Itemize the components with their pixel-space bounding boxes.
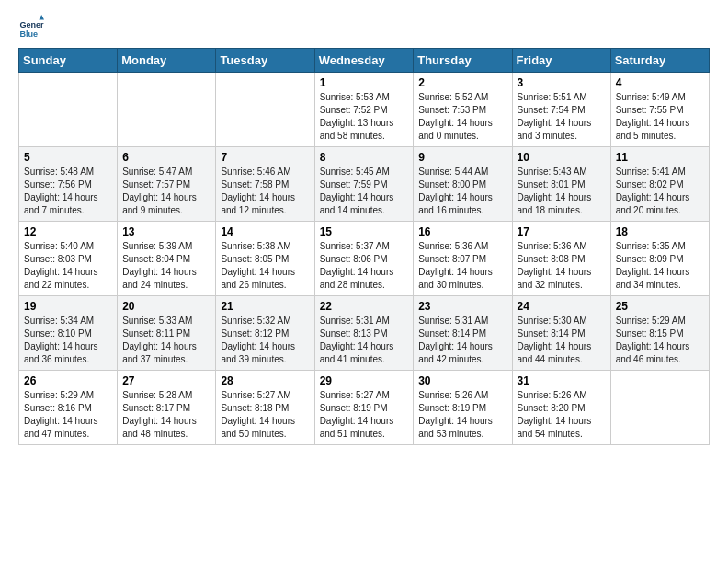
day-info: Sunrise: 5:29 AM Sunset: 8:16 PM Dayligh… bbox=[24, 389, 112, 441]
day-number: 27 bbox=[122, 374, 210, 387]
day-info: Sunrise: 5:30 AM Sunset: 8:14 PM Dayligh… bbox=[518, 315, 606, 366]
day-info: Sunrise: 5:49 AM Sunset: 7:55 PM Dayligh… bbox=[616, 91, 704, 143]
day-cell: 26Sunrise: 5:29 AM Sunset: 8:16 PM Dayli… bbox=[19, 371, 118, 445]
day-number: 19 bbox=[24, 300, 112, 313]
day-info: Sunrise: 5:48 AM Sunset: 7:56 PM Dayligh… bbox=[24, 166, 112, 217]
day-info: Sunrise: 5:27 AM Sunset: 8:19 PM Dayligh… bbox=[320, 389, 409, 441]
day-number: 5 bbox=[24, 151, 112, 164]
header: General Blue bbox=[18, 15, 710, 40]
day-cell: 17Sunrise: 5:36 AM Sunset: 8:08 PM Dayli… bbox=[512, 222, 610, 296]
day-info: Sunrise: 5:41 AM Sunset: 8:02 PM Dayligh… bbox=[616, 166, 704, 217]
day-number: 7 bbox=[221, 151, 309, 164]
day-number: 4 bbox=[616, 76, 704, 89]
day-cell: 23Sunrise: 5:31 AM Sunset: 8:14 PM Dayli… bbox=[414, 296, 512, 371]
day-cell: 16Sunrise: 5:36 AM Sunset: 8:07 PM Dayli… bbox=[414, 222, 512, 296]
day-info: Sunrise: 5:52 AM Sunset: 7:53 PM Dayligh… bbox=[418, 91, 506, 143]
day-info: Sunrise: 5:39 AM Sunset: 8:04 PM Dayligh… bbox=[122, 240, 210, 292]
day-info: Sunrise: 5:38 AM Sunset: 8:05 PM Dayligh… bbox=[221, 240, 309, 292]
day-info: Sunrise: 5:33 AM Sunset: 8:11 PM Dayligh… bbox=[122, 315, 210, 366]
day-number: 20 bbox=[122, 300, 210, 313]
day-number: 31 bbox=[518, 374, 606, 387]
day-info: Sunrise: 5:26 AM Sunset: 8:20 PM Dayligh… bbox=[518, 389, 606, 441]
day-cell: 31Sunrise: 5:26 AM Sunset: 8:20 PM Dayli… bbox=[512, 371, 610, 445]
day-number: 11 bbox=[616, 151, 704, 164]
svg-text:General: General bbox=[19, 20, 44, 29]
day-cell: 1Sunrise: 5:53 AM Sunset: 7:52 PM Daylig… bbox=[314, 73, 414, 147]
day-info: Sunrise: 5:27 AM Sunset: 8:18 PM Dayligh… bbox=[221, 389, 309, 441]
day-info: Sunrise: 5:44 AM Sunset: 8:00 PM Dayligh… bbox=[418, 166, 506, 217]
day-number: 28 bbox=[221, 374, 309, 387]
day-number: 25 bbox=[616, 300, 704, 313]
day-cell bbox=[118, 73, 216, 147]
day-cell: 10Sunrise: 5:43 AM Sunset: 8:01 PM Dayli… bbox=[512, 147, 610, 222]
logo: General Blue bbox=[18, 15, 48, 40]
day-info: Sunrise: 5:40 AM Sunset: 8:03 PM Dayligh… bbox=[24, 240, 112, 292]
day-cell: 15Sunrise: 5:37 AM Sunset: 8:06 PM Dayli… bbox=[314, 222, 414, 296]
header-cell-monday: Monday bbox=[118, 49, 216, 73]
week-row-4: 19Sunrise: 5:34 AM Sunset: 8:10 PM Dayli… bbox=[19, 296, 710, 371]
day-number: 15 bbox=[320, 225, 409, 238]
day-number: 26 bbox=[24, 374, 112, 387]
day-number: 16 bbox=[418, 225, 506, 238]
day-number: 12 bbox=[24, 225, 112, 238]
day-cell: 11Sunrise: 5:41 AM Sunset: 8:02 PM Dayli… bbox=[610, 147, 709, 222]
day-cell bbox=[19, 73, 118, 147]
day-info: Sunrise: 5:32 AM Sunset: 8:12 PM Dayligh… bbox=[221, 315, 309, 366]
day-info: Sunrise: 5:28 AM Sunset: 8:17 PM Dayligh… bbox=[122, 389, 210, 441]
day-number: 17 bbox=[518, 225, 606, 238]
header-cell-saturday: Saturday bbox=[610, 49, 709, 73]
day-cell: 21Sunrise: 5:32 AM Sunset: 8:12 PM Dayli… bbox=[216, 296, 314, 371]
day-info: Sunrise: 5:29 AM Sunset: 8:15 PM Dayligh… bbox=[616, 315, 704, 366]
day-info: Sunrise: 5:46 AM Sunset: 7:58 PM Dayligh… bbox=[221, 166, 309, 217]
day-number: 6 bbox=[122, 151, 210, 164]
day-info: Sunrise: 5:31 AM Sunset: 8:14 PM Dayligh… bbox=[418, 315, 506, 366]
day-cell: 5Sunrise: 5:48 AM Sunset: 7:56 PM Daylig… bbox=[19, 147, 118, 222]
day-number: 23 bbox=[418, 300, 506, 313]
week-row-5: 26Sunrise: 5:29 AM Sunset: 8:16 PM Dayli… bbox=[19, 371, 710, 445]
day-info: Sunrise: 5:51 AM Sunset: 7:54 PM Dayligh… bbox=[518, 91, 606, 143]
day-number: 21 bbox=[221, 300, 309, 313]
logo-icon: General Blue bbox=[18, 15, 44, 40]
day-cell bbox=[216, 73, 314, 147]
day-cell: 18Sunrise: 5:35 AM Sunset: 8:09 PM Dayli… bbox=[610, 222, 709, 296]
day-number: 18 bbox=[616, 225, 704, 238]
day-cell: 4Sunrise: 5:49 AM Sunset: 7:55 PM Daylig… bbox=[610, 73, 709, 147]
day-info: Sunrise: 5:26 AM Sunset: 8:19 PM Dayligh… bbox=[418, 389, 506, 441]
day-number: 2 bbox=[418, 76, 506, 89]
day-cell: 25Sunrise: 5:29 AM Sunset: 8:15 PM Dayli… bbox=[610, 296, 709, 371]
day-number: 29 bbox=[320, 374, 409, 387]
day-cell: 7Sunrise: 5:46 AM Sunset: 7:58 PM Daylig… bbox=[216, 147, 314, 222]
header-row: SundayMondayTuesdayWednesdayThursdayFrid… bbox=[19, 49, 710, 73]
day-cell bbox=[610, 371, 709, 445]
day-cell: 30Sunrise: 5:26 AM Sunset: 8:19 PM Dayli… bbox=[414, 371, 512, 445]
day-cell: 22Sunrise: 5:31 AM Sunset: 8:13 PM Dayli… bbox=[314, 296, 414, 371]
svg-marker-2 bbox=[39, 15, 44, 20]
day-number: 13 bbox=[122, 225, 210, 238]
day-cell: 14Sunrise: 5:38 AM Sunset: 8:05 PM Dayli… bbox=[216, 222, 314, 296]
day-cell: 6Sunrise: 5:47 AM Sunset: 7:57 PM Daylig… bbox=[118, 147, 216, 222]
day-number: 3 bbox=[518, 76, 606, 89]
day-number: 22 bbox=[320, 300, 409, 313]
day-info: Sunrise: 5:34 AM Sunset: 8:10 PM Dayligh… bbox=[24, 315, 112, 366]
header-cell-friday: Friday bbox=[512, 49, 610, 73]
day-info: Sunrise: 5:36 AM Sunset: 8:08 PM Dayligh… bbox=[518, 240, 606, 292]
day-cell: 13Sunrise: 5:39 AM Sunset: 8:04 PM Dayli… bbox=[118, 222, 216, 296]
day-cell: 28Sunrise: 5:27 AM Sunset: 8:18 PM Dayli… bbox=[216, 371, 314, 445]
day-number: 14 bbox=[221, 225, 309, 238]
day-cell: 27Sunrise: 5:28 AM Sunset: 8:17 PM Dayli… bbox=[118, 371, 216, 445]
day-cell: 12Sunrise: 5:40 AM Sunset: 8:03 PM Dayli… bbox=[19, 222, 118, 296]
header-cell-wednesday: Wednesday bbox=[314, 49, 414, 73]
day-info: Sunrise: 5:47 AM Sunset: 7:57 PM Dayligh… bbox=[122, 166, 210, 217]
day-cell: 20Sunrise: 5:33 AM Sunset: 8:11 PM Dayli… bbox=[118, 296, 216, 371]
day-cell: 29Sunrise: 5:27 AM Sunset: 8:19 PM Dayli… bbox=[314, 371, 414, 445]
day-info: Sunrise: 5:53 AM Sunset: 7:52 PM Dayligh… bbox=[320, 91, 409, 143]
day-cell: 8Sunrise: 5:45 AM Sunset: 7:59 PM Daylig… bbox=[314, 147, 414, 222]
day-number: 24 bbox=[518, 300, 606, 313]
header-cell-sunday: Sunday bbox=[19, 49, 118, 73]
day-number: 10 bbox=[518, 151, 606, 164]
day-cell: 2Sunrise: 5:52 AM Sunset: 7:53 PM Daylig… bbox=[414, 73, 512, 147]
week-row-2: 5Sunrise: 5:48 AM Sunset: 7:56 PM Daylig… bbox=[19, 147, 710, 222]
day-info: Sunrise: 5:35 AM Sunset: 8:09 PM Dayligh… bbox=[616, 240, 704, 292]
day-info: Sunrise: 5:45 AM Sunset: 7:59 PM Dayligh… bbox=[320, 166, 409, 217]
header-cell-thursday: Thursday bbox=[414, 49, 512, 73]
